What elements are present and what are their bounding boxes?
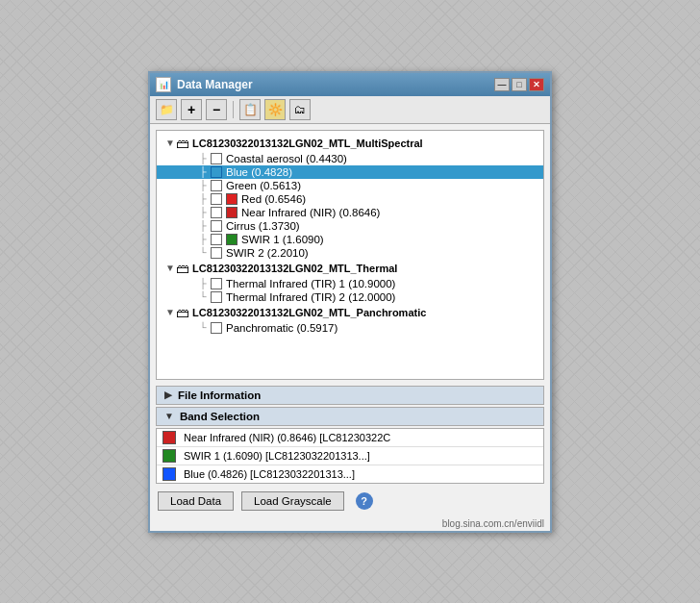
connector: ├ [195, 153, 211, 163]
connector-blue: ├ [195, 166, 211, 177]
load-grayscale-button[interactable]: Load Grayscale [241, 491, 344, 511]
band-color-nir [162, 431, 176, 444]
group-icon-1: 🗃 [176, 136, 189, 151]
label-coastal: Coastal aerosol (0.4430) [226, 153, 347, 164]
group-icon-2: 🗃 [176, 261, 189, 276]
band-table: Near Infrared (NIR) (0.8646) [LC81230322… [156, 428, 544, 484]
connector-red: ├ [195, 193, 211, 204]
connector-green: ├ [195, 180, 211, 190]
label-nir: Near Infrared (NIR) (0.8646) [241, 207, 380, 218]
tree-item-swir1[interactable]: ├ SWIR 1 (1.6090) [157, 233, 543, 246]
tree-item-tir2[interactable]: └ Thermal Infrared (TIR) 2 (12.0000) [157, 290, 543, 304]
file-info-expand-icon: ▶ [164, 389, 172, 400]
band-selection-label: Band Selection [180, 411, 260, 422]
connector-nir: ├ [195, 207, 211, 217]
checkbox-swir1[interactable] [211, 234, 222, 245]
connector-swir1: ├ [195, 234, 211, 244]
expand-icon-2: ▼ [164, 263, 176, 274]
watermark-text: blog.sina.com.cn/enviidl [442, 518, 544, 529]
toolbar-separator [233, 101, 234, 118]
band-label-swir1: SWIR 1 (1.6090) [LC8123032201313...] [184, 450, 370, 462]
band-label-nir: Near Infrared (NIR) (0.8646) [LC81230322… [184, 432, 390, 443]
checkbox-coastal[interactable] [211, 153, 222, 164]
expand-icon-1: ▼ [164, 138, 176, 149]
connector-pan: └ [195, 322, 211, 333]
file-info-header[interactable]: ▶ File Information [156, 386, 544, 405]
expand-icon-3: ▼ [164, 307, 176, 318]
minimize-btn[interactable]: — [494, 78, 510, 91]
checkbox-cirrus[interactable] [211, 220, 222, 232]
window-title: Data Manager [177, 78, 253, 91]
remove-btn[interactable]: − [206, 99, 227, 120]
band-color-blue [162, 467, 176, 481]
label-tir1: Thermal Infrared (TIR) 1 (10.9000) [226, 278, 395, 289]
band-row-swir1[interactable]: SWIR 1 (1.6090) [LC8123032201313...] [157, 447, 543, 465]
copy-btn[interactable]: 📋 [239, 99, 261, 120]
tree-group-3[interactable]: ▼ 🗃 LC81230322013132LGN02_MTL_Panchromat… [157, 304, 543, 321]
settings-btn[interactable]: 🗂 [289, 99, 311, 120]
open-folder-btn[interactable]: 📁 [156, 99, 177, 120]
band-color-swir1 [162, 449, 176, 463]
label-pan: Panchromatic (0.5917) [226, 322, 338, 334]
group-label-2: LC81230322013132LGN02_MTL_Thermal [192, 263, 397, 274]
load-data-button[interactable]: Load Data [158, 491, 234, 511]
band-label-blue: Blue (0.4826) [LC8123032201313...] [184, 468, 355, 480]
checkbox-red[interactable] [211, 193, 222, 205]
connector-tir1: ├ [195, 278, 211, 289]
data-manager-window: 📊 Data Manager — □ ✕ 📁 + − 📋 🔆 🗂 ▼ 🗃 LC8… [148, 71, 552, 533]
tree-item-tir1[interactable]: ├ Thermal Infrared (TIR) 1 (10.9000) [157, 277, 543, 290]
info-btn[interactable]: 🔆 [264, 99, 286, 120]
tree-item-blue[interactable]: ├ Blue (0.4828) [157, 165, 543, 179]
titlebar-controls: — □ ✕ [494, 78, 544, 91]
add-btn[interactable]: + [181, 99, 202, 120]
label-swir2: SWIR 2 (2.2010) [226, 247, 309, 259]
swatch-nir [226, 207, 238, 218]
checkbox-swir2[interactable] [211, 247, 222, 259]
tree-group-1[interactable]: ▼ 🗃 LC81230322013132LGN02_MTL_MultiSpect… [157, 135, 543, 152]
group-icon-3: 🗃 [176, 305, 189, 320]
titlebar-left: 📊 Data Manager [156, 77, 253, 92]
swatch-swir1 [226, 234, 238, 245]
connector-cirrus: ├ [195, 220, 211, 231]
connector-tir2: └ [195, 291, 211, 302]
label-tir2: Thermal Infrared (TIR) 2 (12.0000) [226, 291, 395, 303]
tree-item-pan[interactable]: └ Panchromatic (0.5917) [157, 321, 543, 335]
tree-panel[interactable]: ▼ 🗃 LC81230322013132LGN02_MTL_MultiSpect… [156, 130, 544, 380]
group-label-3: LC81230322013132LGN02_MTL_Panchromatic [192, 307, 426, 318]
band-selection-header[interactable]: ▼ Band Selection [156, 407, 544, 426]
band-sel-expand-icon: ▼ [164, 411, 174, 421]
close-btn[interactable]: ✕ [529, 78, 544, 91]
connector-swir2: └ [195, 247, 211, 258]
swatch-red [226, 193, 238, 205]
watermark: blog.sina.com.cn/enviidl [150, 516, 550, 531]
maximize-btn[interactable]: □ [512, 78, 527, 91]
label-cirrus: Cirrus (1.3730) [226, 220, 300, 232]
group-label-1: LC81230322013132LGN02_MTL_MultiSpectral [192, 138, 423, 149]
checkbox-pan[interactable] [211, 322, 222, 334]
band-row-blue[interactable]: Blue (0.4826) [LC8123032201313...] [157, 465, 543, 483]
file-info-label: File Information [178, 389, 261, 401]
band-row-nir[interactable]: Near Infrared (NIR) (0.8646) [LC81230322… [157, 429, 543, 447]
help-button[interactable]: ? [356, 492, 373, 510]
label-swir1: SWIR 1 (1.6090) [241, 234, 324, 245]
tree-item-coastal[interactable]: ├ Coastal aerosol (0.4430) [157, 152, 543, 165]
tree-group-2[interactable]: ▼ 🗃 LC81230322013132LGN02_MTL_Thermal [157, 260, 543, 277]
checkbox-tir1[interactable] [211, 278, 222, 289]
checkbox-green[interactable] [211, 180, 222, 191]
checkbox-tir2[interactable] [211, 291, 222, 303]
window-icon: 📊 [156, 77, 171, 92]
tree-item-green[interactable]: ├ Green (0.5613) [157, 179, 543, 192]
titlebar: 📊 Data Manager — □ ✕ [150, 73, 550, 96]
toolbar: 📁 + − 📋 🔆 🗂 [150, 96, 550, 124]
tree-item-swir2[interactable]: └ SWIR 2 (2.2010) [157, 246, 543, 260]
label-red: Red (0.6546) [241, 193, 306, 205]
label-green: Green (0.5613) [226, 180, 301, 191]
checkbox-blue[interactable] [211, 166, 222, 178]
label-blue: Blue (0.4828) [226, 166, 292, 178]
button-row: Load Data Load Grayscale ? [150, 486, 550, 516]
tree-item-cirrus[interactable]: ├ Cirrus (1.3730) [157, 219, 543, 233]
tree-item-nir[interactable]: ├ Near Infrared (NIR) (0.8646) [157, 206, 543, 219]
tree-item-red[interactable]: ├ Red (0.6546) [157, 192, 543, 206]
checkbox-nir[interactable] [211, 207, 222, 218]
